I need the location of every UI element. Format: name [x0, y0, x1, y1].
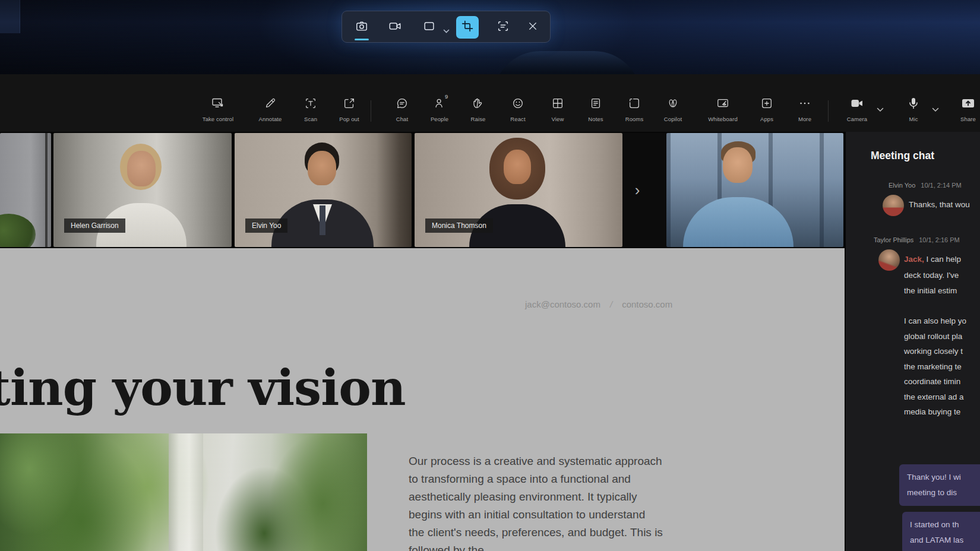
raise-hand-button[interactable]: Raise	[457, 74, 499, 132]
message-line: meeting to dis	[907, 485, 980, 501]
document-paragraph: Our process is a creative and systematic…	[409, 452, 682, 551]
document-contact-line: jack@contoso.com/contoso.com	[525, 299, 672, 309]
message-line: the initial estim	[904, 283, 961, 299]
person-head	[127, 151, 156, 186]
toolbar-label: Take control	[192, 116, 244, 122]
copilot-button[interactable]: Copilot	[652, 74, 694, 132]
person-head	[504, 150, 531, 184]
document-heading: ting your vision	[0, 359, 406, 417]
whiteboard-icon	[702, 96, 744, 111]
message-author: Taylor Phillips	[874, 236, 913, 243]
paragraph-line: Our process is a creative and systematic…	[409, 452, 682, 470]
toolbar-label: Mic	[888, 116, 939, 122]
participant-name-label: Monica Thomson	[425, 218, 493, 233]
message-header: Taylor Phillips10/1, 2:16 PM	[874, 236, 960, 243]
video-tile-participant[interactable]	[666, 133, 843, 247]
crop-button[interactable]	[456, 16, 479, 39]
share-button[interactable]: Share	[947, 74, 980, 132]
meeting-chat-panel: Meeting chat Elvin Yoo10/1, 2:14 PM Than…	[845, 132, 980, 551]
person-head	[308, 151, 336, 185]
pop-out-button[interactable]: Pop out	[328, 74, 370, 132]
person-head	[723, 147, 753, 183]
take-control-button[interactable]: Take control	[197, 74, 239, 132]
grid-view-icon	[537, 96, 578, 111]
annotate-button[interactable]: Annotate	[249, 74, 291, 132]
message-line: the external ad a	[904, 390, 966, 405]
mic-options-chevron[interactable]	[932, 104, 939, 115]
close-button[interactable]	[521, 16, 544, 39]
meeting-toolbar: Take control Annotate Scan Pop out Chat	[0, 74, 980, 132]
message-line: I started on th	[910, 517, 980, 533]
scan-text-icon	[290, 96, 331, 111]
message-body: I can also help yo global rollout pla wo…	[904, 314, 966, 420]
snipping-toolbar	[342, 11, 551, 43]
react-button[interactable]: React	[497, 74, 539, 132]
avatar-elvin-yoo[interactable]	[883, 195, 904, 216]
message-line: media buying te	[904, 404, 966, 420]
camera-options-chevron[interactable]	[877, 104, 884, 115]
chat-panel-title: Meeting chat	[871, 150, 934, 162]
screen: Take control Annotate Scan Pop out Chat	[0, 0, 980, 551]
paragraph-line: followed by the	[409, 542, 682, 551]
more-tiles-strip: ›	[622, 133, 666, 247]
message-timestamp: 10/1, 2:16 PM	[919, 236, 960, 243]
scan-button[interactable]: Scan	[290, 74, 331, 132]
shared-screen: jack@contoso.com/contoso.com ting your v…	[0, 248, 845, 551]
message-line: the marketing te	[904, 359, 966, 375]
next-participants-button[interactable]: ›	[627, 178, 647, 202]
pop-out-icon	[328, 96, 370, 111]
rooms-button[interactable]: Rooms	[614, 74, 655, 132]
video-tile-elvin[interactable]: Elvin Yoo	[235, 133, 412, 247]
video-strip: Helen Garrison Elvin Yoo Monica Thomson …	[0, 132, 980, 248]
window-icon	[423, 20, 436, 35]
people-button[interactable]: 9 People	[419, 74, 460, 132]
video-tile-partial[interactable]	[0, 133, 51, 247]
message-timestamp: 10/1, 2:14 PM	[921, 182, 962, 189]
toolbar-label: Copilot	[647, 116, 698, 122]
raise-hand-icon	[457, 96, 499, 111]
mic-button[interactable]: Mic	[893, 74, 934, 132]
video-camera-icon	[388, 20, 402, 35]
window-mode-chevron[interactable]	[443, 26, 450, 36]
photo-pillar	[169, 433, 203, 551]
notes-button[interactable]: Notes	[575, 74, 617, 132]
paragraph-line: the client's needs, preferences, and bud…	[409, 524, 682, 542]
message-line: working closely t	[904, 344, 966, 359]
screenshot-mode-button[interactable]	[350, 16, 373, 39]
text-actions-button[interactable]	[492, 16, 514, 39]
chat-button[interactable]: Chat	[381, 74, 423, 132]
record-mode-button[interactable]	[384, 16, 406, 39]
ellipsis-icon	[784, 96, 826, 111]
message-body: Jack, I can help deck today. I've the in…	[904, 252, 961, 299]
mention-jack: Jack,	[904, 255, 924, 264]
message-line: global rollout pla	[904, 329, 966, 344]
pen-icon	[249, 96, 291, 111]
view-button[interactable]: View	[537, 74, 578, 132]
person-tie	[320, 205, 325, 235]
camera-button[interactable]: Camera	[836, 74, 878, 132]
more-button[interactable]: More	[784, 74, 826, 132]
email-text: jack@contoso.com	[525, 299, 600, 309]
people-count-badge: 9	[445, 93, 448, 100]
message-line: I can also help yo	[904, 314, 966, 329]
toolbar-label: Camera	[832, 116, 883, 122]
participant-name-label: Helen Garrison	[64, 218, 125, 233]
video-tile-helen[interactable]: Helen Garrison	[53, 133, 232, 247]
whiteboard-button[interactable]: Whiteboard	[702, 74, 744, 132]
website-text: contoso.com	[622, 299, 672, 309]
person-body	[683, 197, 794, 247]
message-line: Thank you! I wi	[907, 470, 980, 485]
message-author: Elvin Yoo	[889, 182, 915, 189]
share-screen-icon	[947, 96, 980, 111]
apps-button[interactable]: Apps	[746, 74, 788, 132]
rooms-icon	[614, 96, 655, 111]
interior-photo	[0, 433, 367, 551]
window-mode-button[interactable]	[418, 16, 441, 39]
wallpaper-bloom-shape	[493, 51, 641, 74]
video-tile-monica[interactable]: Monica Thomson	[415, 133, 622, 247]
plant-shape	[0, 214, 36, 247]
copilot-icon	[652, 96, 694, 111]
avatar-taylor-phillips[interactable]	[878, 249, 900, 271]
message-line: and LATAM las	[910, 533, 980, 548]
camera-icon	[355, 20, 368, 35]
